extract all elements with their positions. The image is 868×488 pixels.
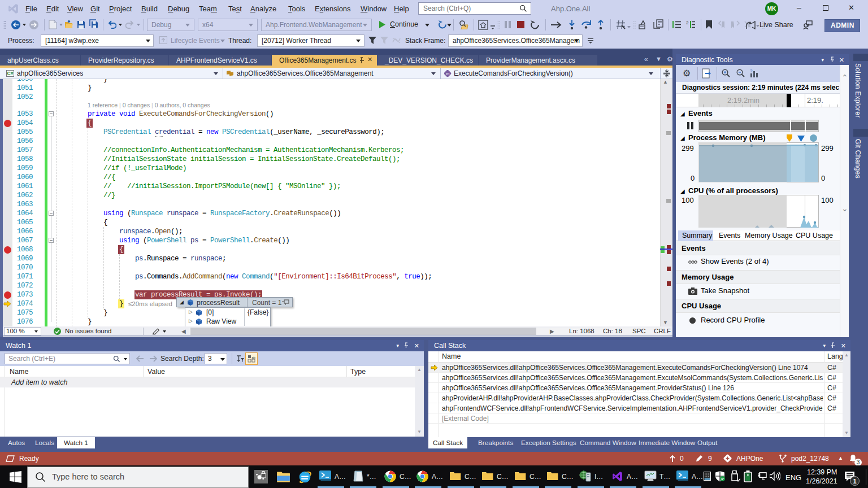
svg-text:?: ?	[750, 68, 753, 73]
svg-text:2: 2	[686, 20, 689, 25]
svg-text:m: m	[446, 72, 449, 76]
svg-text:ab: ab	[252, 356, 256, 359]
svg-text:C#: C#	[7, 71, 14, 76]
